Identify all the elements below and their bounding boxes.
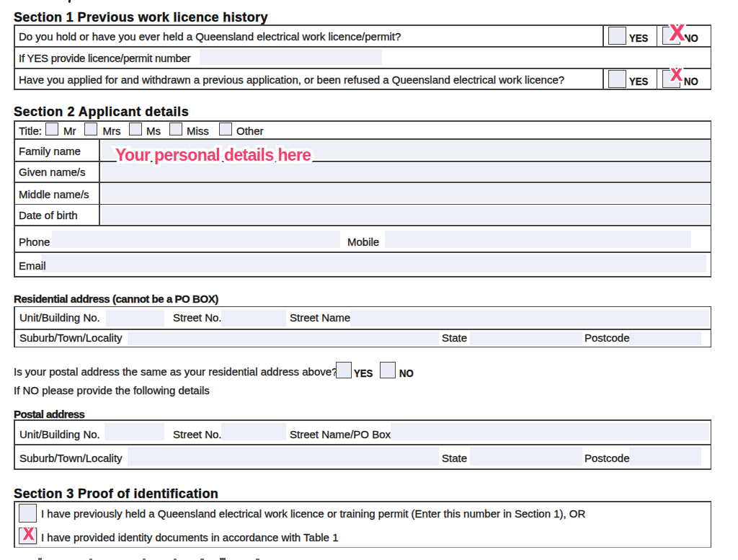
svg-text:X: X <box>671 65 683 84</box>
svg-text:X: X <box>670 20 685 45</box>
svg-text:X: X <box>23 525 35 543</box>
